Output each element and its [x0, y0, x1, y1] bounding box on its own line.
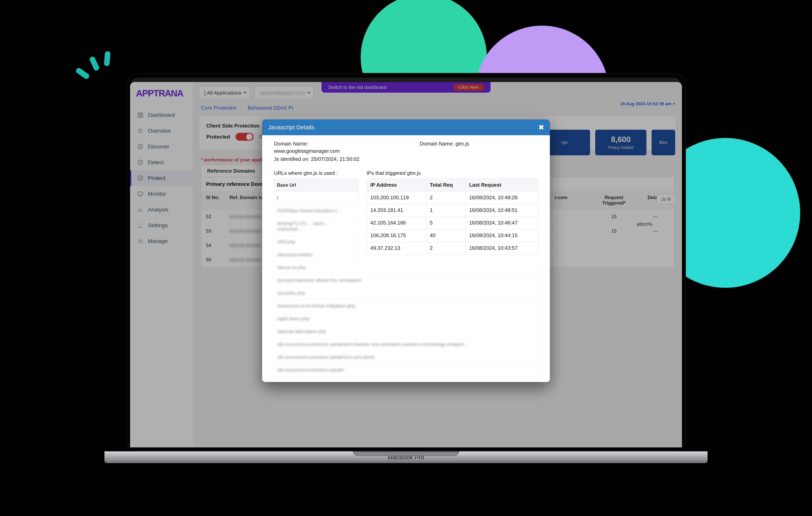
nav-label: Discover [148, 143, 169, 150]
svg-rect-1 [141, 113, 143, 115]
url-row: /about-us.php [274, 261, 538, 274]
overview-icon [137, 128, 143, 134]
app-screen: Switch to the old dashboard Click Here A… [130, 82, 682, 448]
dashboard-icon [137, 112, 143, 118]
close-icon[interactable]: ✖ [539, 123, 544, 131]
domains-tab[interactable]: Reference Domains [201, 165, 261, 177]
js-button[interactable]: Js N [657, 194, 675, 204]
url-row: /%20https://www.indusface.c… [274, 204, 359, 217]
url-row: /acunetix.php [274, 287, 538, 299]
detect-icon [137, 159, 143, 166]
decor-spark [78, 48, 117, 88]
ation-fragment: ation% [637, 221, 652, 227]
nav-settings[interactable]: Settings [130, 218, 193, 233]
svg-rect-3 [141, 116, 143, 117]
ip-table: IP Address Total Req Last Request 103.20… [367, 178, 538, 254]
stat-card-2: 8,600 Policy Added [595, 130, 646, 155]
tab-behavioral-ddos[interactable]: Behavioral DDoS Pr [248, 105, 294, 111]
url-list-wide: /about-us.php /account-takeover-attack-l… [274, 261, 538, 376]
ip-row: 103.200.100.119 2 16/08/2024, 10:49:26 [367, 191, 538, 204]
stat-cards: ript 8,600 Policy Added Bloc [539, 130, 675, 155]
selector-value: [ All Applications [204, 90, 241, 96]
nav-manage[interactable]: Manage [130, 233, 193, 249]
banner-cta[interactable]: Click Here [454, 84, 484, 91]
url-row: /404.php [274, 235, 359, 248]
nav-analysis[interactable]: Analysis [130, 202, 193, 218]
svg-rect-0 [138, 113, 140, 115]
url-row: /about/accolades [274, 248, 359, 261]
url-row: /testing/TLCS-… nach-… maharash… [274, 217, 359, 235]
ips-header: IPs that triggered gtm.js [367, 168, 538, 178]
url-list: Base Url / /%20https://www.indusface.c… … [274, 178, 359, 261]
subtabs: Core Protection Behavioral DDoS Pr [193, 103, 682, 116]
nav-protect[interactable]: Protect [130, 170, 193, 186]
file-name-value: gtm.js [456, 141, 469, 147]
url-row: /account-takeover-attack-live-simulation… [274, 274, 538, 287]
tab-core-protection[interactable]: Core Protection [201, 105, 237, 111]
urls-header: URLs where gtm.js is used : [274, 168, 359, 178]
monitor-icon [137, 191, 143, 197]
url-row: / [274, 192, 359, 204]
identified-value: 25/07/2024, 21:50:02 [311, 156, 359, 162]
nav-monitor[interactable]: Monitor [130, 186, 193, 202]
sidebar: APPTRANA Dashboard Overview [130, 82, 193, 448]
svg-point-7 [138, 144, 143, 149]
th-slno: Sl No. [206, 195, 224, 206]
nav-label: Settings [148, 222, 168, 229]
svg-point-16 [140, 240, 141, 242]
th-total: Total Req [426, 179, 466, 191]
url-row: /akamai-alternative.php [274, 325, 538, 338]
legacy-dashboard-banner: Switch to the old dashboard Click Here [321, 82, 491, 93]
stat-sub: Policy Added [608, 145, 633, 150]
th-domain-suffix: r.com [555, 195, 586, 206]
th-last: Last Request [466, 179, 538, 191]
client-side-label: Client Side Protection [206, 123, 260, 129]
stat-sub: Bloc [659, 140, 668, 145]
stat-sub: ript [561, 140, 568, 145]
url-row: /all-resources/customers-speak/icici-axi… [274, 351, 538, 364]
nav-label: Overview [148, 128, 171, 134]
nav-label: Detect [148, 159, 164, 166]
nav-detect[interactable]: Detect [130, 154, 193, 170]
laptop-base: MacBook Pro [105, 451, 707, 471]
app-selector[interactable]: [ All Applications [199, 87, 250, 99]
settings-icon [137, 222, 143, 229]
gear-icon [137, 238, 143, 245]
url-th: Base Url [274, 178, 359, 192]
nav-label: Monitor [148, 191, 166, 197]
modal-body: Domain Name: www.googletagmanager.com Do… [262, 135, 550, 382]
th-ip: IP Address [367, 179, 426, 191]
file-name-label: Domain Name: [420, 141, 454, 147]
banner-text: Switch to the old dashboard [328, 85, 386, 90]
nav-dashboard[interactable]: Dashboard [130, 107, 193, 123]
nav-label: Manage [148, 238, 168, 245]
url-row: /advanced-ai-ml-threat-mitigation.php [274, 299, 538, 312]
stat-num: 8,600 [611, 135, 631, 144]
laptop-frame: Switch to the old dashboard Click Here A… [105, 73, 707, 471]
svg-point-10 [140, 162, 141, 163]
page-timestamp: 16 Aug 2024 10:52:39 am + [620, 101, 675, 107]
domain-name-value: www.googletagmanager.com [274, 148, 392, 154]
svg-rect-2 [138, 116, 140, 117]
ip-row: 14.203.181.41 1 16/08/2024, 10:48:51 [367, 204, 538, 217]
nav-label: Analysis [148, 206, 168, 213]
brand-logo: APPTRANA [130, 82, 193, 107]
nav-overview[interactable]: Overview [130, 123, 193, 139]
svg-rect-11 [138, 192, 143, 195]
protected-label: Protected [206, 134, 230, 140]
nav-discover[interactable]: Discover [130, 139, 193, 154]
shield-icon [137, 175, 143, 181]
domain-name-label: Domain Name: [274, 141, 392, 147]
ip-row: 106.208.16.175 40 16/08/2024, 10:44:15 [367, 229, 538, 242]
identified-label: Js identified on: [274, 156, 310, 162]
nav-label: Protect [148, 175, 165, 181]
svg-point-8 [140, 146, 141, 147]
nav-label: Dashboard [148, 112, 175, 118]
url-row: /all-resources/customers-speak/anil-shan… [274, 338, 538, 351]
protected-toggle[interactable] [235, 133, 254, 141]
modal-title: Javascript Details [268, 124, 314, 131]
ip-row: 42.105.164.186 5 16/08/2024, 10:46:47 [367, 217, 538, 229]
discover-icon [137, 143, 143, 150]
selector-value: www.indusface.com [260, 90, 305, 96]
domain-selector[interactable]: www.indusface.com [255, 87, 314, 99]
